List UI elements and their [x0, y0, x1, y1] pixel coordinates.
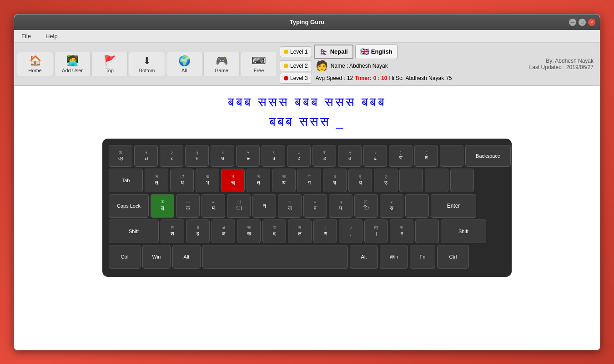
hi-sc-score: 75	[446, 75, 452, 81]
key-backtick[interactable]: ञ त्र	[109, 145, 132, 167]
key-lbracket[interactable]	[399, 169, 423, 192]
english-lang-button[interactable]: 🇬🇧 English	[355, 45, 398, 59]
key-x[interactable]: ह ह	[186, 219, 210, 243]
fn-key[interactable]: Fn	[410, 245, 435, 269]
key-z[interactable]: श श	[161, 219, 184, 243]
right-win-key[interactable]: Win	[380, 245, 408, 269]
key-n[interactable]: ल ल	[288, 219, 312, 243]
nepali-lang-label: Nepali	[330, 48, 348, 55]
right-shift-label: Shift	[458, 229, 468, 234]
key-f[interactable]: ो ा	[227, 194, 251, 218]
key-p[interactable]: ए उ	[374, 169, 398, 192]
left-shift-key[interactable]: Shift	[109, 219, 159, 243]
home-label: Home	[28, 68, 41, 73]
maximize-button[interactable]: □	[579, 19, 586, 26]
level1-button[interactable]: Level 1	[280, 46, 312, 57]
english-flag-icon: 🇬🇧	[360, 47, 369, 56]
tab-key[interactable]: Tab	[109, 169, 143, 192]
key-w[interactable]: ौ ध	[170, 169, 194, 192]
key-8[interactable]: द ड	[312, 145, 336, 167]
key-o[interactable]: इ य	[348, 169, 372, 192]
key-j[interactable]: ब ब	[303, 194, 327, 218]
key-7[interactable]: ७ ट	[287, 145, 311, 167]
key-d[interactable]: म म	[201, 194, 225, 218]
left-win-key[interactable]: Win	[142, 245, 171, 269]
key-5[interactable]: ५ छ	[236, 145, 260, 167]
add-user-button[interactable]: 🧑‍💻 Add User	[54, 52, 91, 76]
key-q[interactable]: त त	[145, 169, 168, 192]
nepali-flag-icon: 🇳🇵	[319, 47, 328, 56]
key-3[interactable]: ३ घ	[185, 145, 209, 167]
right-win-label: Win	[390, 254, 398, 259]
game-icon: 🎮	[216, 55, 228, 67]
key-6[interactable]: ६ च	[262, 145, 285, 167]
key-quote[interactable]	[405, 194, 429, 218]
key-v[interactable]: ख ख	[237, 219, 261, 243]
close-button[interactable]: ✕	[588, 19, 595, 26]
keyboard-row-1: Tab त त ौ ध फ भ च च	[109, 169, 505, 192]
bottom-button[interactable]: ⬇ Bottom	[129, 52, 165, 76]
level3-dot	[284, 76, 288, 80]
level3-label: Level 3	[290, 75, 308, 81]
key-slash[interactable]: रु र	[390, 219, 413, 243]
left-alt-key[interactable]: Alt	[172, 245, 201, 269]
key-g[interactable]: न	[252, 194, 276, 218]
key-k[interactable]: प प	[329, 194, 352, 218]
key-a[interactable]: ढ ब	[151, 194, 174, 218]
level3-button[interactable]: Level 3	[280, 73, 312, 84]
key-u[interactable]: ग ग	[297, 169, 321, 192]
typing-line1: बबब ससस बबब ससस बबब	[228, 95, 386, 110]
backspace-label: Backspace	[476, 153, 500, 159]
key-backslash[interactable]	[450, 169, 474, 192]
right-ctrl-key[interactable]: Ctrl	[437, 245, 469, 269]
free-button[interactable]: ⌨ Free	[241, 52, 277, 76]
key-y[interactable]: ख थ	[272, 169, 296, 192]
top-button[interactable]: 🚩 Top	[91, 52, 128, 76]
all-button[interactable]: 🌍 All	[166, 52, 202, 76]
avg-speed-label: Avg Speed :	[316, 75, 345, 81]
key-t[interactable]: त त	[247, 169, 270, 192]
key-rbracket[interactable]	[425, 169, 448, 192]
key-1[interactable]: १ ज्ञ	[134, 145, 158, 167]
key-h[interactable]: ज ज	[278, 194, 302, 218]
avg-speed-value: 12	[347, 75, 353, 81]
key-i[interactable]: ष ष	[323, 169, 347, 192]
game-button[interactable]: 🎮 Game	[203, 52, 240, 76]
key-period[interactable]: श्र ।	[364, 219, 388, 243]
key-l[interactable]: ि ि	[354, 194, 378, 218]
keyboard-row-3: Shift श श ह ह क्ष अ ख ख	[109, 219, 505, 243]
key-4[interactable]: ४ ध	[211, 145, 234, 167]
key-b[interactable]: य द	[262, 219, 286, 243]
key-2[interactable]: २ द्द	[160, 145, 183, 167]
add-user-label: Add User	[62, 68, 83, 73]
backspace-key[interactable]: Backspace	[465, 145, 511, 167]
left-ctrl-key[interactable]: Ctrl	[109, 245, 141, 269]
capslock-key[interactable]: Caps Lock	[109, 194, 149, 218]
level2-button[interactable]: Level 2	[280, 60, 312, 71]
minimize-button[interactable]: —	[569, 19, 576, 26]
right-alt-key[interactable]: Alt	[350, 245, 378, 269]
home-button[interactable]: 🏠 Home	[17, 52, 53, 76]
right-shift-key[interactable]: Shift	[441, 219, 486, 243]
key-e[interactable]: फ भ	[196, 169, 219, 192]
enter-label: Enter	[447, 203, 460, 209]
capslock-label: Caps Lock	[117, 203, 141, 209]
enter-key[interactable]: Enter	[431, 194, 476, 218]
space-key[interactable]	[202, 245, 348, 269]
key-r[interactable]: च च	[221, 169, 245, 192]
menu-file[interactable]: File	[19, 31, 34, 41]
key-comma[interactable]: ? ,	[339, 219, 362, 243]
key-s[interactable]: क क	[176, 194, 200, 218]
menu-help[interactable]: Help	[43, 31, 60, 41]
keyboard-row-2: Caps Lock ढ ब क क म म ो ा	[109, 194, 505, 218]
key-equals[interactable]: ( त	[414, 145, 438, 167]
nepali-lang-button[interactable]: 🇳🇵 Nepali	[314, 45, 353, 59]
key-semicolon[interactable]: र स	[380, 194, 403, 218]
key-extra[interactable]	[440, 145, 463, 167]
key-m[interactable]: : ण	[313, 219, 337, 243]
key-c[interactable]: क्ष अ	[211, 219, 235, 243]
key-0[interactable]: ० ढ	[363, 145, 387, 167]
key-rshift-extra[interactable]	[415, 219, 439, 243]
key-minus[interactable]: ) ण	[389, 145, 413, 167]
key-9[interactable]: ९ ठ	[338, 145, 362, 167]
